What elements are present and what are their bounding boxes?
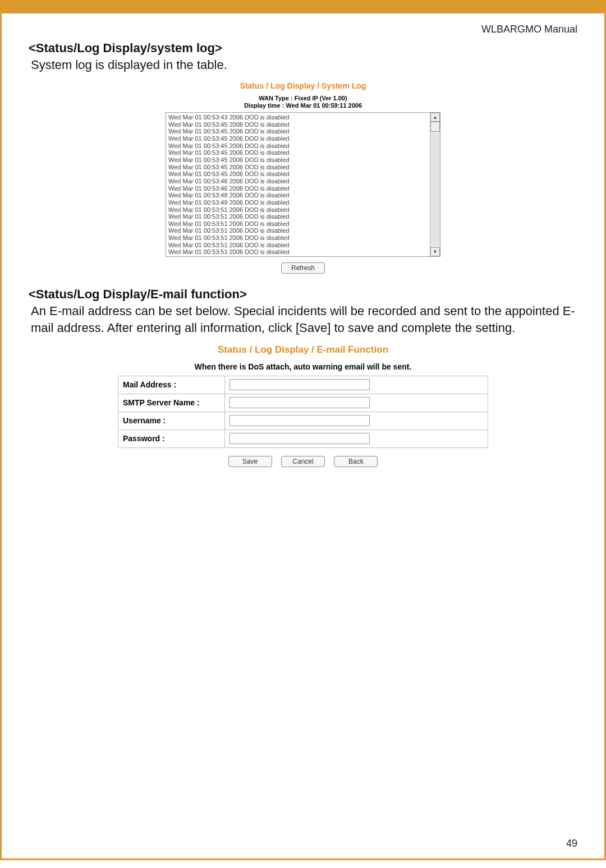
system-log-box: Wed Mar 01 00:53:43 2006 DOD is disabled…	[166, 112, 440, 257]
password-label: Password :	[118, 430, 225, 447]
top-orange-bar	[0, 0, 606, 13]
log-line: Wed Mar 01 00:53:45 2006 DOD is disabled	[168, 121, 428, 128]
smtp-server-label: SMTP Server Name :	[118, 394, 225, 412]
wan-type-line: WAN Type : Fixed IP (Ver 1.00)	[259, 95, 347, 101]
mail-address-input[interactable]	[229, 379, 370, 390]
log-line: Wed Mar 01 00:53:45 2006 DOD is disabled	[168, 156, 428, 164]
log-line: Wed Mar 01 00:53:45 2006 DOD is disabled	[168, 149, 428, 156]
log-line: Wed Mar 01 00:53:51 2006 DOD is disabled	[168, 206, 428, 214]
save-button[interactable]: Save	[228, 456, 272, 467]
system-log-subhead: WAN Type : Fixed IP (Ver 1.00) Display t…	[166, 95, 440, 110]
log-line: Wed Mar 01 00:53:51 2006 DOD is disabled	[168, 248, 428, 256]
smtp-server-input[interactable]	[229, 397, 370, 408]
log-line: Wed Mar 01 00:53:45 2006 DOD is disabled	[168, 135, 428, 142]
log-line: Wed Mar 01 00:53:43 2006 DOD is disabled	[168, 114, 428, 121]
section2-desc: An E-mail address can be set below. Spec…	[31, 303, 577, 336]
system-log-heading: Status / Log Display / System Log	[166, 81, 440, 90]
log-line: Wed Mar 01 00:53:51 2006 DOD is disabled	[168, 220, 428, 228]
scrollbar[interactable]: ▲ ▼	[430, 113, 440, 256]
section2-title: <Status/Log Display/E-mail function>	[29, 287, 577, 302]
log-line: Wed Mar 01 00:53:45 2006 DOD is disabled	[168, 128, 428, 135]
system-log-panel: Status / Log Display / System Log WAN Ty…	[166, 81, 440, 274]
email-function-panel: Status / Log Display / E-mail Function W…	[118, 344, 488, 467]
system-log-lines[interactable]: Wed Mar 01 00:53:43 2006 DOD is disabled…	[166, 113, 430, 256]
table-row: Password :	[118, 430, 488, 447]
email-form-table: Mail Address : SMTP Server Name : Userna…	[118, 376, 488, 448]
page-body: WLBARGMO Manual <Status/Log Display/syst…	[0, 13, 606, 860]
scroll-up-icon[interactable]: ▲	[430, 113, 440, 122]
log-line: Wed Mar 01 00:53:49 2006 DOD is disabled	[168, 199, 428, 206]
log-line: Wed Mar 01 00:53:46 2006 DOD is disabled	[168, 185, 428, 192]
scroll-down-icon[interactable]: ▼	[430, 247, 440, 256]
email-attach-note: When there is DoS attach, auto warning e…	[118, 362, 488, 371]
log-line: Wed Mar 01 00:53:45 2006 DOD is disabled	[168, 142, 428, 150]
log-line: Wed Mar 01 00:53:45 2006 DOD is disabled	[168, 164, 428, 171]
table-row: Username :	[118, 412, 488, 430]
log-line: Wed Mar 01 00:53:51 2006 DOD is disabled	[168, 227, 428, 234]
email-button-row: Save Cancel Back	[118, 456, 488, 467]
display-time-line: Display time : Wed Mar 01 00:59:11 2006	[244, 102, 362, 109]
log-line: Wed Mar 01 00:53:51 2006 DOD is disabled	[168, 242, 428, 249]
username-input[interactable]	[229, 415, 370, 426]
mail-address-label: Mail Address :	[118, 376, 225, 394]
log-line: Wed Mar 01 00:53:45 2006 DOD is disabled	[168, 170, 428, 178]
section1-title: <Status/Log Display/system log>	[29, 41, 577, 56]
section1-desc: System log is displayed in the table.	[31, 57, 577, 73]
manual-name: WLBARGMO Manual	[29, 24, 577, 35]
log-line: Wed Mar 01 00:53:51 2006 DOD is disabled	[168, 234, 428, 242]
cancel-button[interactable]: Cancel	[281, 456, 325, 467]
refresh-button[interactable]: Refresh	[281, 262, 325, 274]
log-line: Wed Mar 01 00:53:51 2006 DOD is disabled	[168, 213, 428, 220]
page-number: 49	[566, 838, 577, 849]
scroll-thumb[interactable]	[430, 122, 440, 132]
table-row: Mail Address :	[118, 376, 488, 394]
username-label: Username :	[118, 412, 225, 430]
table-row: SMTP Server Name :	[118, 394, 488, 412]
log-line: Wed Mar 01 00:53:46 2006 DOD is disabled	[168, 178, 428, 185]
password-input[interactable]	[229, 433, 370, 444]
back-button[interactable]: Back	[334, 456, 378, 467]
email-heading: Status / Log Display / E-mail Function	[118, 344, 488, 355]
log-line: Wed Mar 01 00:53:48 2006 DOD is disabled	[168, 192, 428, 199]
